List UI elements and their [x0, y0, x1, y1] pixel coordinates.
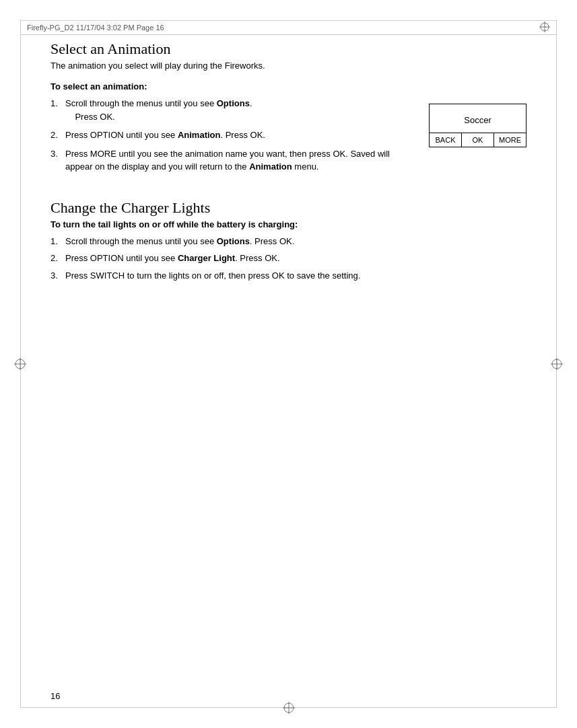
s2-step3-num: 3. — [50, 269, 65, 283]
section1-title: Select an Animation — [50, 40, 527, 58]
s2-step1-num: 1. — [50, 235, 65, 248]
s2-step2-num: 2. — [50, 252, 65, 265]
reg-mark-left — [14, 358, 26, 370]
section2-steps-list: 1. Scroll through the menus until you se… — [50, 235, 527, 283]
lcd-btn-back[interactable]: BACK — [430, 133, 461, 147]
step3-text: Press MORE until you see the animation n… — [65, 147, 415, 174]
section2-step-3: 3. Press SWITCH to turn the lights on or… — [50, 269, 527, 283]
section2-step-2: 2. Press OPTION until you see Charger Li… — [50, 252, 527, 265]
page-number: 16 — [50, 691, 60, 701]
step1-num: 1. — [50, 97, 65, 123]
main-content: Select an Animation The animation you se… — [50, 40, 527, 688]
section1-instruction-label: To select an animation: — [50, 81, 527, 92]
lcd-btn-ok[interactable]: OK — [461, 133, 494, 147]
section2-instruction-label: To turn the tail lights on or off while … — [50, 219, 527, 229]
step2-num: 2. — [50, 129, 65, 142]
lcd-display-text: Soccer — [464, 115, 491, 125]
section1-subtitle: The animation you select will play durin… — [50, 61, 527, 71]
step2-text: Press OPTION until you see Animation. Pr… — [65, 129, 415, 142]
step1-bold: Options — [217, 98, 250, 108]
reg-mark-right — [551, 358, 563, 370]
header-bar: Firefly-PG_D2 11/17/04 3:02 PM Page 16 — [20, 20, 557, 35]
section1-steps-list: 1. Scroll through the menus until you se… — [50, 97, 415, 179]
step3-bold: Animation — [249, 161, 292, 172]
s2-step1-bold: Options — [217, 236, 250, 246]
step1-text: Scroll through the menus until you see O… — [65, 97, 415, 123]
section2-title: Change the Charger Lights — [50, 199, 527, 217]
lcd-display-box: Soccer BACK OK MORE — [429, 104, 527, 147]
section1-step-1: 1. Scroll through the menus until you se… — [50, 97, 415, 123]
section1-step-2: 2. Press OPTION until you see Animation.… — [50, 129, 415, 142]
lcd-display-area: Soccer — [430, 104, 526, 133]
section1-steps-container: 1. Scroll through the menus until you se… — [50, 97, 527, 179]
step3-num: 3. — [50, 147, 65, 174]
step2-bold: Animation — [178, 130, 221, 140]
s2-step1-text: Scroll through the menus until you see O… — [65, 235, 527, 248]
section1-step-3: 3. Press MORE until you see the animatio… — [50, 147, 415, 174]
s2-step2-text: Press OPTION until you see Charger Light… — [65, 252, 527, 265]
reg-mark-header — [539, 22, 550, 34]
lcd-buttons-row: BACK OK MORE — [430, 133, 526, 147]
section2-step-1: 1. Scroll through the menus until you se… — [50, 235, 527, 248]
reg-mark-bottom — [283, 702, 295, 714]
s2-step2-bold: Charger Light — [178, 253, 235, 263]
s2-step3-text: Press SWITCH to turn the lights on or of… — [65, 269, 527, 283]
header-file-info: Firefly-PG_D2 11/17/04 3:02 PM Page 16 — [27, 24, 539, 32]
lcd-btn-more[interactable]: MORE — [494, 133, 526, 147]
